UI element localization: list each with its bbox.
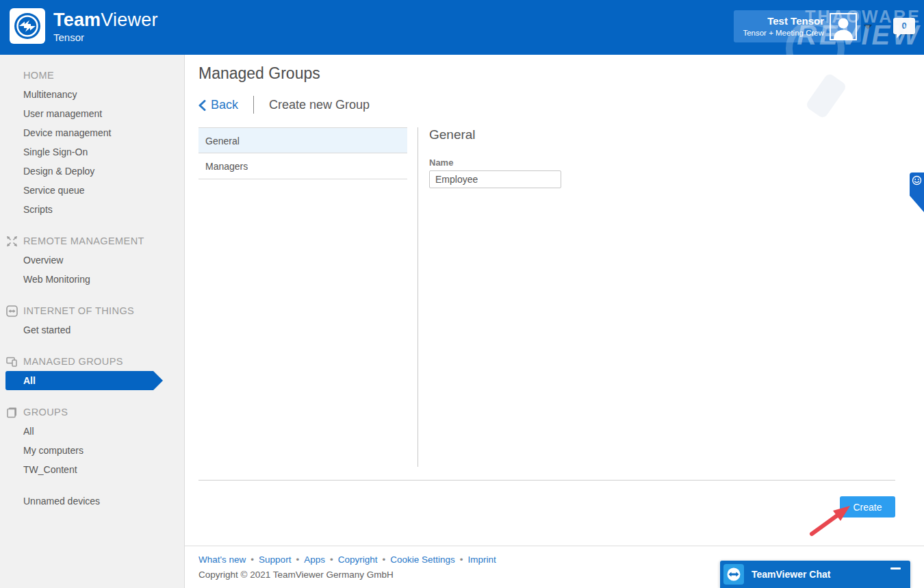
sidebar-header-remote-management: REMOTE MANAGEMENT [0,231,184,251]
sidebar-section-home: HOME Multitenancy User management Device… [0,66,184,219]
sidebar-item-managed-groups-all[interactable]: All [5,371,153,390]
settings-tab-list: General Managers [198,127,407,179]
sidebar-header-label: GROUPS [23,407,68,418]
sidebar-header-iot: INTERNET OF THINGS [0,301,184,320]
account-info: Test Tensor Tensor + Meeting Crew [743,15,824,38]
sidebar-header-home: HOME [0,66,184,85]
sidebar-item-multitenancy[interactable]: Multitenancy [0,85,184,104]
chat-minimize-button[interactable] [890,567,901,570]
footer-links: What's new•Support•Apps•Copyright•Cookie… [198,554,496,565]
sidebar-section-groups: GROUPS All My computers TW_Content [0,402,184,479]
sidebar-header-groups: GROUPS [0,402,184,422]
chat-widget-logo [723,564,744,585]
teamviewer-management-console: TeamViewer Tensor THAOWARE REVIEW Test T… [0,0,924,588]
sidebar-section-iot: INTERNET OF THINGS Get started [0,301,184,340]
selected-item-label: All [23,375,36,386]
sidebar-item-design-deploy[interactable]: Design & Deploy [0,162,184,181]
brand-product: Tensor [53,31,158,43]
sidebar-header-label: INTERNET OF THINGS [23,305,134,316]
account-menu-button[interactable]: Test Tensor Tensor + Meeting Crew [734,10,861,42]
general-form: General Name [429,127,840,188]
tab-managers[interactable]: Managers [198,153,407,179]
sidebar-section-remote-management: REMOTE MANAGEMENT Overview Web Monitorin… [0,231,184,289]
sidebar-item-single-sign-on[interactable]: Single Sign-On [0,142,184,162]
breadcrumb: Back Create new Group [198,96,370,114]
form-section-title: General [429,127,840,142]
breadcrumb-current: Create new Group [269,98,370,112]
pane-divider [418,127,418,467]
teamviewer-chat-widget[interactable]: TeamViewer Chat [720,561,910,588]
content-divider [198,480,895,481]
brand-text: TeamViewer Tensor [53,10,158,43]
sidebar-item-unnamed-devices[interactable]: Unnamed devices [0,491,184,511]
sidebar-header-label: HOME [23,70,54,81]
back-chevron-icon [198,100,206,111]
sidebar-section-managed-groups: MANAGED GROUPS All [0,352,184,390]
main-content: Managed Groups Back Create new Group Gen… [185,55,924,546]
group-name-input[interactable] [429,170,561,188]
app-header: TeamViewer Tensor THAOWARE REVIEW Test T… [0,0,924,55]
teamviewer-chat-logo-icon [726,567,741,582]
account-name: Test Tensor [743,15,824,28]
back-label: Back [211,98,238,112]
name-label: Name [429,157,840,168]
sidebar-item-tw-content[interactable]: TW_Content [0,460,184,479]
breadcrumb-divider [253,96,254,114]
page-title: Managed Groups [198,64,320,83]
sidebar-item-groups-all[interactable]: All [0,422,184,441]
remote-management-icon [6,235,18,247]
copyright-text: Copyright © 2021 TeamViewer Germany GmbH [198,570,496,580]
sidebar-item-service-queue[interactable]: Service queue [0,181,184,200]
account-dropdown-caret-icon[interactable] [864,25,872,29]
sidebar-nav: HOME Multitenancy User management Device… [0,55,185,588]
sidebar-item-my-computers[interactable]: My computers [0,441,184,460]
sidebar-header-label: MANAGED GROUPS [23,356,123,367]
bullet-separator: • [330,554,333,565]
create-button[interactable]: Create [840,496,895,517]
person-silhouette-icon [831,14,856,39]
sidebar-item-scripts[interactable]: Scripts [0,200,184,219]
footer-link-apps[interactable]: Apps [304,554,325,565]
sidebar-item-user-management[interactable]: User management [0,104,184,123]
footer-link-cookie-settings[interactable]: Cookie Settings [390,554,455,565]
bullet-separator: • [460,554,463,565]
avatar [830,13,857,40]
brand-viewer: Viewer [101,10,157,30]
footer-link-copyright[interactable]: Copyright [338,554,378,565]
chat-notification-badge[interactable]: 0 [893,18,915,34]
account-license: Tensor + Meeting Crew [743,28,824,38]
sidebar-item-web-monitoring[interactable]: Web Monitoring [0,270,184,289]
sidebar-item-device-management[interactable]: Device management [0,123,184,142]
groups-icon [6,407,18,418]
sidebar-header-label: REMOTE MANAGEMENT [23,235,144,246]
chat-widget-title: TeamViewer Chat [752,569,830,580]
bullet-separator: • [251,554,254,565]
tab-general[interactable]: General [198,127,407,153]
bullet-separator: • [296,554,299,565]
footer-link-imprint[interactable]: Imprint [467,554,496,565]
sidebar-item-overview[interactable]: Overview [0,251,184,270]
back-button[interactable]: Back [198,98,238,112]
footer-link-support[interactable]: Support [259,554,291,565]
sidebar-item-get-started[interactable]: Get started [0,320,184,340]
brand-name: TeamViewer [53,10,158,31]
bullet-separator: • [382,554,385,565]
brand-team: Team [53,10,101,30]
sidebar-header-managed-groups: MANAGED GROUPS [0,352,184,371]
smiley-icon [912,175,922,186]
teamviewer-logo-icon [13,12,42,40]
managed-groups-icon [6,356,18,368]
internet-of-things-icon [6,305,18,317]
footer-link-whats-new[interactable]: What's new [198,554,246,565]
chat-message-count: 0 [901,21,906,31]
teamviewer-logo[interactable] [10,8,45,44]
